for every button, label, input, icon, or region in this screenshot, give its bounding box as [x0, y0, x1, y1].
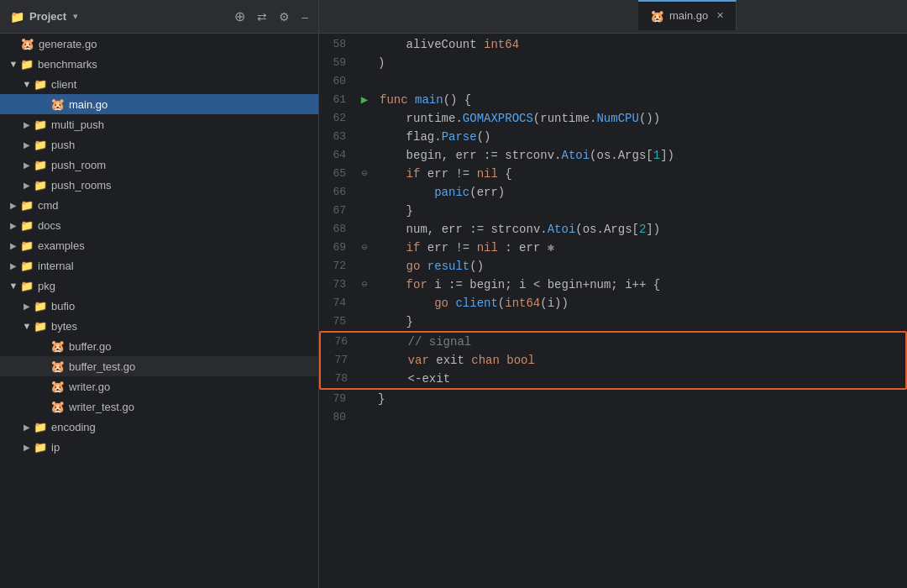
sidebar-item-main-go[interactable]: 🐹 main.go — [0, 94, 318, 114]
folder-icon: 📁 — [34, 159, 47, 171]
line-num-75: 75 — [319, 312, 354, 331]
folder-label: benchmarks — [38, 58, 97, 71]
sidebar-item-push-room[interactable]: ▶ 📁 push_room — [0, 155, 318, 175]
line-num-74: 74 — [319, 294, 354, 312]
multi-push-arrow: ▶ — [20, 120, 34, 129]
top-bar: 📁 Project ▾ ⊕ ⇄ ⚙ – 🐹 main.go ✕ — [0, 0, 907, 34]
line-num-68: 68 — [319, 220, 354, 239]
sidebar-item-generate-go[interactable]: 🐹 generate.go — [0, 34, 318, 54]
code-content-62: runtime.GOMAXPROCS(runtime.NumCPU()) — [375, 109, 907, 128]
folder-icon: 📁 — [34, 139, 47, 151]
sidebar-item-bytes[interactable]: ▼ 📁 bytes — [0, 316, 318, 336]
encoding-arrow: ▶ — [20, 423, 34, 432]
folder-label: docs — [38, 219, 60, 232]
arrow-spacer — [37, 382, 50, 391]
code-content-68: num, err := strconv.Atoi(os.Args[2]) — [375, 220, 907, 239]
code-content-59: ) — [375, 54, 907, 72]
gutter-run-arrow-61[interactable]: ▶ — [354, 91, 375, 109]
sidebar-item-writer-go[interactable]: 🐹 writer.go — [0, 376, 318, 396]
sidebar-item-benchmarks[interactable]: ▼ 📁 benchmarks — [0, 54, 318, 74]
tab-close-button[interactable]: ✕ — [716, 10, 724, 21]
folder-label: bufio — [51, 300, 75, 312]
tab-main-go[interactable]: 🐹 main.go ✕ — [638, 0, 737, 30]
line-num-61: 61 — [319, 91, 354, 109]
folder-label: bytes — [51, 320, 77, 333]
settings-icon[interactable]: ⚙ — [279, 10, 290, 24]
sidebar-item-push[interactable]: ▶ 📁 push — [0, 134, 318, 155]
line-num-80: 80 — [319, 408, 354, 427]
docs-arrow: ▶ — [7, 221, 20, 230]
arrow-spacer — [37, 342, 50, 351]
sync-icon[interactable]: ⇄ — [257, 10, 267, 24]
code-line-77: 77 var exit chan bool — [321, 351, 905, 370]
sidebar-item-writer-test-go[interactable]: 🐹 writer_test.go — [0, 396, 318, 417]
code-content-76: // signal — [376, 333, 905, 351]
line-num-64: 64 — [319, 146, 354, 165]
line-num-66: 66 — [319, 183, 354, 202]
folder-label: internal — [38, 260, 74, 272]
line-num-65: 65 — [319, 165, 354, 183]
folder-icon: 📁 — [20, 199, 34, 212]
sidebar-item-internal[interactable]: ▶ 📁 internal — [0, 255, 318, 276]
go-file-icon: 🐹 — [50, 360, 65, 373]
sidebar-item-pkg[interactable]: ▼ 📁 pkg — [0, 276, 318, 296]
add-icon[interactable]: ⊕ — [234, 8, 245, 24]
sidebar-item-cmd[interactable]: ▶ 📁 cmd — [0, 195, 318, 215]
line-num-62: 62 — [319, 109, 354, 128]
sidebar-item-buffer-go[interactable]: 🐹 buffer.go — [0, 336, 318, 356]
minimize-icon[interactable]: – — [301, 10, 308, 24]
code-line-78: 78 <-exit — [321, 370, 905, 388]
folder-label: push — [51, 139, 75, 151]
sidebar-item-ip[interactable]: ▶ 📁 ip — [0, 437, 318, 457]
folder-label: client — [51, 78, 76, 91]
code-line-76: 76 // signal — [321, 333, 905, 351]
code-content-58: aliveCount int64 — [375, 35, 907, 54]
folder-icon: 📁 — [34, 78, 47, 91]
line-num-63: 63 — [319, 128, 354, 146]
arrow-spacer — [7, 39, 20, 49]
client-arrow: ▼ — [20, 79, 34, 89]
folder-label: encoding — [51, 421, 96, 433]
project-folder-icon: 📁 — [10, 10, 24, 24]
sidebar-item-client[interactable]: ▼ 📁 client — [0, 74, 318, 94]
sidebar-item-examples[interactable]: ▶ 📁 examples — [0, 235, 318, 255]
code-editor[interactable]: 58 aliveCount int64 59 ) 60 61 ▶ func — [319, 34, 907, 588]
code-content-69: if err != nil : err ✱ — [375, 239, 907, 257]
code-line-65: 65 ⊖ if err != nil { — [319, 165, 907, 183]
code-content-63: flag.Parse() — [375, 128, 907, 146]
file-label: main.go — [69, 98, 107, 111]
code-content-77: var exit chan bool — [376, 351, 905, 370]
go-file-icon: 🐹 — [50, 97, 65, 111]
code-line-61: 61 ▶ func main() { — [319, 91, 907, 109]
line-num-59: 59 — [319, 54, 354, 72]
line-num-72: 72 — [319, 257, 354, 276]
sidebar-item-multi-push[interactable]: ▶ 📁 multi_push — [0, 114, 318, 134]
push-arrow: ▶ — [20, 140, 34, 150]
project-title-text: Project — [29, 10, 66, 23]
internal-arrow: ▶ — [7, 261, 20, 270]
push-room-arrow: ▶ — [20, 160, 34, 170]
line-num-67: 67 — [319, 202, 354, 220]
code-line-68: 68 num, err := strconv.Atoi(os.Args[2]) — [319, 220, 907, 239]
code-content-67: } — [375, 202, 907, 220]
main-layout: 🐹 generate.go ▼ 📁 benchmarks ▼ 📁 client … — [0, 34, 907, 588]
sidebar-item-push-rooms[interactable]: ▶ 📁 push_rooms — [0, 175, 318, 195]
folder-label: push_rooms — [51, 179, 112, 192]
code-line-80: 80 — [319, 408, 907, 427]
project-panel-header: 📁 Project ▾ ⊕ ⇄ ⚙ – — [0, 0, 319, 33]
sidebar-item-buffer-test-go[interactable]: 🐹 buffer_test.go — [0, 356, 318, 376]
sidebar-item-encoding[interactable]: ▶ 📁 encoding — [0, 417, 318, 437]
gutter-65: ⊖ — [354, 165, 375, 183]
bufio-arrow: ▶ — [20, 302, 34, 311]
push-rooms-arrow: ▶ — [20, 181, 34, 190]
code-line-74: 74 go client(int64(i)) — [319, 294, 907, 312]
code-line-73: 73 ⊖ for i := begin; i < begin+num; i++ … — [319, 276, 907, 294]
folder-icon: 📁 — [34, 118, 47, 131]
code-line-58: 58 aliveCount int64 — [319, 35, 907, 54]
sidebar-item-bufio[interactable]: ▶ 📁 bufio — [0, 296, 318, 316]
code-content-79: } — [375, 390, 907, 408]
gutter-69: ⊖ — [354, 239, 375, 257]
line-num-77: 77 — [321, 351, 356, 370]
sidebar-item-docs[interactable]: ▶ 📁 docs — [0, 215, 318, 235]
file-label: buffer_test.go — [69, 360, 135, 373]
